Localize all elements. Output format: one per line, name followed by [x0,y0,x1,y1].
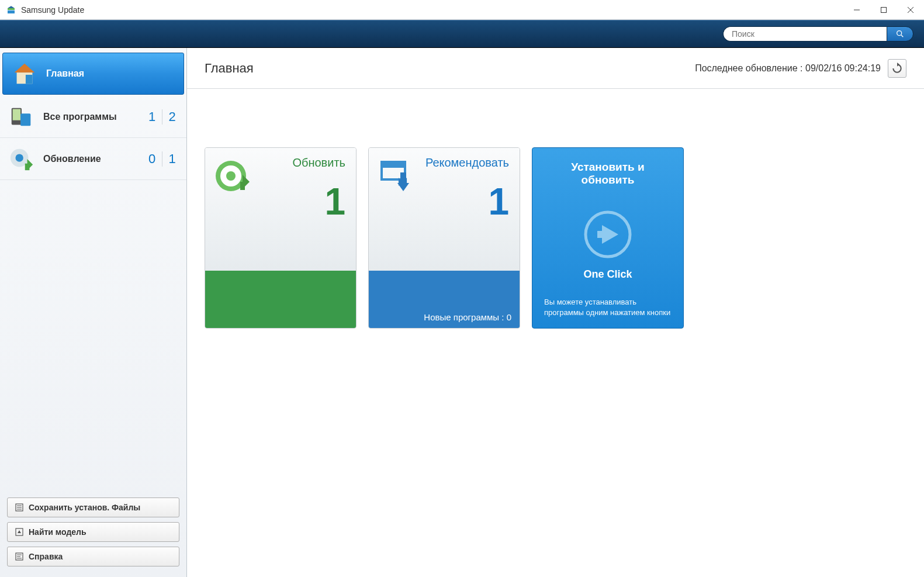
refresh-button[interactable] [888,59,906,78]
maximize-button[interactable] [870,0,897,20]
install-description: Вы можете устанавливать программы одним … [544,297,672,318]
svg-rect-0 [8,10,15,13]
card-recommend[interactable]: Рекомендовать 1 Новые программы : 0 [368,147,520,329]
sidebar-item-update[interactable]: Обновление 0 1 [0,138,186,180]
button-label: Найти модель [29,527,86,537]
main-content: Главная Последнее обновление : 09/02/16 … [187,48,924,577]
card-bottom: Новые программы : 0 [369,271,520,328]
svg-rect-42 [597,231,607,238]
help-button[interactable]: Справка [7,547,179,566]
card-footer-text: Новые программы : 0 [424,312,511,322]
svg-rect-18 [25,163,30,170]
titlebar: Samsung Update [0,0,924,20]
refresh-icon [891,63,903,74]
svg-rect-34 [240,182,245,190]
svg-rect-1 [8,8,15,10]
svg-rect-14 [20,113,30,126]
card-update[interactable]: Обновить 1 [205,147,357,329]
svg-rect-11 [26,75,33,84]
sidebar-item-label: Все программы [43,112,139,122]
one-click-wrap: One Click [544,209,672,281]
svg-marker-9 [15,64,35,72]
card-install-update[interactable]: Установить и обновить One Click Вы может… [532,147,684,329]
programs-icon [8,103,35,130]
update-icon [8,146,35,172]
sidebar-bottom: Сохранить установ. Файлы Найти модель Сп… [0,493,186,577]
main-header: Главная Последнее обновление : 09/02/16 … [187,48,924,89]
svg-marker-2 [8,6,15,8]
one-click-icon [582,252,634,262]
card-count: 1 [324,183,345,220]
minimize-button[interactable] [843,0,870,20]
find-model-button[interactable]: Найти модель [7,522,179,542]
sidebar-counts: 1 2 [139,109,178,125]
count-value: 1 [162,151,178,167]
svg-rect-38 [400,172,406,183]
cards-row: Обновить 1 Рекомендовать 1 Новые програм… [187,89,924,329]
page-title: Главная [205,61,254,76]
one-click-label: One Click [544,268,672,281]
install-title: Установить и обновить [544,161,672,186]
card-top: Рекомендовать 1 [369,148,520,271]
svg-line-8 [901,35,903,37]
last-update-label: Последнее обновление : 09/02/16 09:24:19 [695,63,881,74]
svg-rect-13 [13,109,20,120]
card-top: Обновить 1 [205,148,356,271]
svg-rect-4 [881,7,887,12]
window-title: Samsung Update [21,5,84,15]
card-bottom [205,271,356,328]
svg-marker-24 [18,530,21,533]
top-toolbar [0,20,924,48]
count-value: 2 [162,109,178,125]
help-icon [15,552,24,561]
sidebar-item-home[interactable]: Главная [2,53,184,95]
count-value: 1 [142,109,158,125]
search-icon [895,29,905,39]
find-model-icon [15,527,24,537]
svg-rect-36 [382,162,405,168]
svg-marker-39 [397,183,409,191]
sidebar-item-all-programs[interactable]: Все программы 1 2 [0,96,186,138]
sidebar-counts: 0 1 [139,151,178,167]
search-button[interactable] [887,26,913,42]
home-icon [11,60,38,87]
sidebar-item-label: Обновление [43,154,139,164]
card-title: Обновить [292,156,345,170]
svg-marker-29 [897,63,899,67]
svg-point-16 [15,154,23,161]
download-icon [377,156,419,198]
search-wrap [723,26,913,42]
sidebar: Главная Все программы 1 2 Обновление 0 1 [0,48,187,577]
app-icon [6,5,16,15]
search-input[interactable] [723,26,887,42]
card-count: 1 [488,183,509,220]
window-controls [843,0,924,20]
svg-point-7 [897,31,902,36]
sidebar-item-label: Главная [46,68,175,79]
button-label: Сохранить установ. Файлы [29,503,140,512]
button-label: Справка [29,552,63,561]
save-icon [15,503,24,512]
save-files-button[interactable]: Сохранить установ. Файлы [7,497,179,517]
count-value: 0 [142,151,158,167]
disc-up-icon [213,156,255,198]
card-title: Рекомендовать [425,156,509,170]
close-button[interactable] [897,0,924,20]
svg-point-32 [226,171,236,181]
